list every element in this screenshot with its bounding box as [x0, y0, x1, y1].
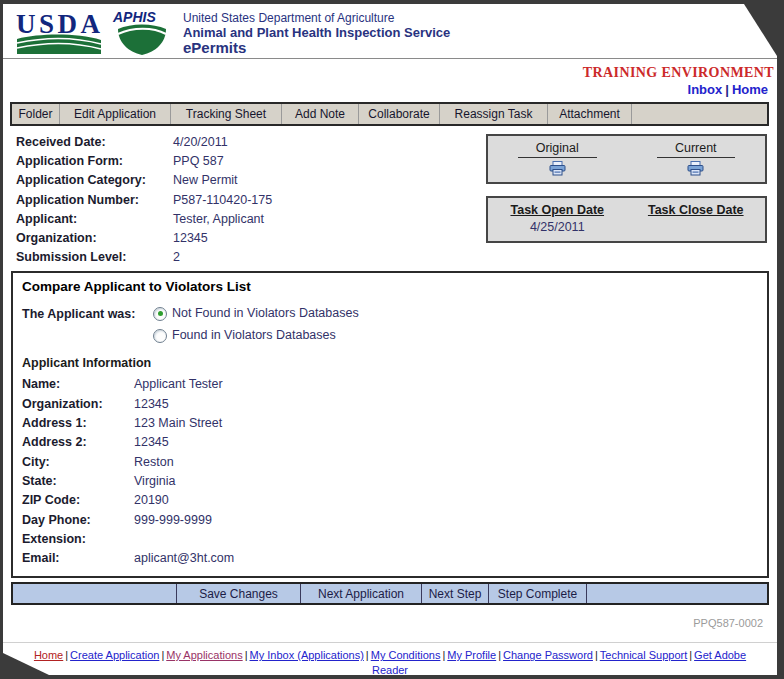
field-label: Day Phone:	[22, 511, 134, 530]
footer-separator: |	[366, 649, 369, 661]
detail-row-submission-level: Submission Level:2	[16, 248, 486, 267]
footer-link-my-inbox[interactable]: My Inbox (Applications)	[250, 649, 364, 661]
footer-separator: |	[442, 649, 445, 661]
svg-text:USDA: USDA	[16, 9, 101, 39]
radio-button-unselected[interactable]	[153, 329, 167, 343]
svg-text:APHIS: APHIS	[112, 9, 156, 25]
section-title: Compare Applicant to Violators List	[22, 279, 757, 294]
field-value: New Permit	[173, 171, 238, 190]
field-label: Received Date:	[16, 133, 173, 152]
home-link[interactable]: Home	[732, 82, 768, 97]
field-value: 999-999-9999	[134, 511, 212, 530]
footer-link-my-applications[interactable]: My Applications	[166, 649, 242, 661]
inbox-link[interactable]: Inbox	[688, 82, 723, 97]
tab-attachment[interactable]: Attachment	[548, 104, 632, 124]
footer-link-my-conditions[interactable]: My Conditions	[371, 649, 441, 661]
task-open-date-header: Task Open Date	[488, 203, 627, 217]
tab-reassign-task[interactable]: Reassign Task	[440, 104, 548, 124]
info-row-address-1: Address 1:123 Main Street	[22, 414, 757, 433]
footer-link-my-profile[interactable]: My Profile	[447, 649, 496, 661]
field-value: 12345	[134, 395, 169, 414]
field-label: Application Form:	[16, 152, 173, 171]
detail-row-application-number: Application Number:P587-110420-175	[16, 191, 486, 210]
field-label: Extension:	[22, 530, 134, 549]
applicant-information-title: Applicant Information	[22, 356, 757, 370]
tab-edit-application[interactable]: Edit Application	[60, 104, 171, 124]
field-value: 123 Main Street	[134, 414, 222, 433]
info-row-day-phone: Day Phone:999-999-9999	[22, 511, 757, 530]
radio-option-found[interactable]: Found in Violators Databases	[153, 327, 359, 344]
tab-add-note[interactable]: Add Note	[282, 104, 359, 124]
application-details: Received Date:4/20/2011 Application Form…	[3, 126, 777, 271]
top-nav: Inbox|Home	[3, 79, 777, 100]
field-label: Address 1:	[22, 414, 134, 433]
save-changes-button[interactable]: Save Changes	[177, 584, 301, 603]
step-complete-button[interactable]: Step Complete	[489, 584, 587, 603]
info-row-organization: Organization:12345	[22, 395, 757, 414]
footer-separator: |	[689, 649, 692, 661]
field-label: Applicant:	[16, 210, 173, 229]
radio-label: Found in Violators Databases	[172, 327, 336, 344]
dept-line-2: Animal and Plant Health Inspection Servi…	[183, 25, 450, 40]
field-value: aplicant@3ht.com	[134, 549, 234, 568]
footer-separator: |	[595, 649, 598, 661]
info-row-city: City:Reston	[22, 453, 757, 472]
radio-option-not-found[interactable]: Not Found in Violators Databases	[153, 305, 359, 322]
field-label: Organization:	[16, 229, 173, 248]
environment-banner-row: TRAINING ENVIRONMENT	[3, 59, 777, 79]
detail-row-application-form: Application Form:PPQ 587	[16, 152, 486, 171]
detail-row-applicant: Applicant:Tester, Applicant	[16, 210, 486, 229]
nav-separator: |	[725, 82, 729, 97]
form-code: PPQ587-0002	[3, 605, 777, 629]
field-label: ZIP Code:	[22, 491, 134, 510]
task-dates-values: 4/25/2011	[488, 220, 765, 234]
action-bar-spacer	[13, 584, 177, 603]
masthead-titles: United States Department of Agriculture …	[183, 9, 450, 56]
field-value: Applicant Tester	[134, 375, 223, 394]
applicant-was-label: The Applicant was:	[22, 305, 153, 344]
field-label: Application Number:	[16, 191, 173, 210]
radio-label: Not Found in Violators Databases	[172, 305, 359, 322]
field-value: 20190	[134, 491, 169, 510]
field-label: Name:	[22, 375, 134, 394]
action-bar: Save Changes Next Application Next Step …	[11, 582, 769, 605]
print-original-label: Original	[518, 141, 597, 158]
dept-line-1: United States Department of Agriculture	[183, 12, 450, 25]
tab-folder[interactable]: Folder	[12, 104, 60, 124]
print-original-column: Original	[488, 141, 627, 176]
aphis-logo: APHIS	[111, 9, 175, 56]
info-row-email: Email:aplicant@3ht.com	[22, 549, 757, 568]
action-bar-filler	[587, 584, 767, 603]
info-row-name: Name:Applicant Tester	[22, 375, 757, 394]
footer-link-change-password[interactable]: Change Password	[503, 649, 593, 661]
printer-icon[interactable]	[549, 161, 566, 176]
field-value: PPQ 587	[173, 152, 224, 171]
info-row-address-2: Address 2:12345	[22, 433, 757, 452]
tab-collaborate[interactable]: Collaborate	[359, 104, 440, 124]
footer: Home|Create Application|My Applications|…	[3, 642, 777, 679]
field-label: Organization:	[22, 395, 134, 414]
field-label: City:	[22, 453, 134, 472]
footer-separator: |	[161, 649, 164, 661]
field-label: Application Category:	[16, 171, 173, 190]
printer-icon[interactable]	[687, 161, 704, 176]
tab-tracking-sheet[interactable]: Tracking Sheet	[171, 104, 282, 124]
footer-links-row-1: Home|Create Application|My Applications|…	[21, 648, 759, 678]
field-value: 2	[173, 248, 180, 267]
field-value: Reston	[134, 453, 174, 472]
print-application-box: Original Current	[486, 134, 767, 184]
field-value: Virginia	[134, 472, 175, 491]
next-step-button[interactable]: Next Step	[422, 584, 489, 603]
tab-bar-filler	[632, 104, 767, 124]
task-dates-box: Task Open Date Task Close Date 4/25/2011	[486, 196, 767, 243]
next-application-button[interactable]: Next Application	[301, 584, 422, 603]
info-row-zip-code: ZIP Code:20190	[22, 491, 757, 510]
violators-radio-group: Not Found in Violators Databases Found i…	[153, 305, 359, 344]
detail-row-received-date: Received Date:4/20/2011	[16, 133, 486, 152]
footer-link-create-application[interactable]: Create Application	[70, 649, 159, 661]
radio-button-selected[interactable]	[153, 307, 167, 321]
footer-link-home[interactable]: Home	[34, 649, 63, 661]
footer-link-technical-support[interactable]: Technical Support	[600, 649, 687, 661]
print-current-column: Current	[627, 141, 766, 176]
task-close-date-header: Task Close Date	[627, 203, 766, 217]
